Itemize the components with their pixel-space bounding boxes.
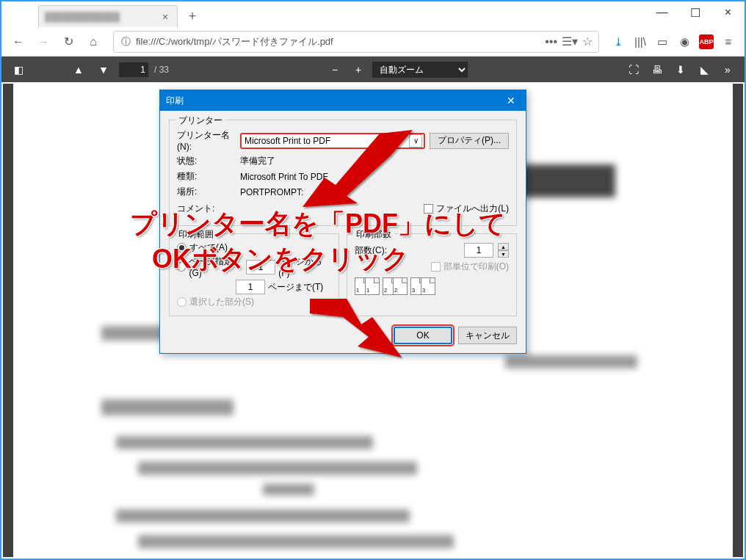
info-icon[interactable]: ⓘ	[120, 36, 131, 48]
page-total: / 33	[154, 65, 169, 75]
collate-page-icon: 2	[393, 277, 408, 295]
where-label: 場所:	[177, 186, 236, 198]
url-right-icons: ••• ☰▾ ☆	[545, 34, 593, 48]
print-icon[interactable]: 🖶	[648, 60, 667, 79]
page-from-label: ページから(F)	[278, 255, 331, 278]
spin-up-icon[interactable]: ▲	[498, 243, 509, 250]
zoom-out-icon[interactable]: −	[325, 60, 344, 79]
printer-fieldset: プリンター プリンター名(N): Microsoft Print to PDF …	[169, 120, 517, 226]
browser-window: ████████████ × + — ☐ × ← → ↻ ⌂ ⓘ file://…	[0, 0, 746, 560]
type-value: Microsoft Print To PDF	[240, 172, 328, 182]
window-controls: — ☐ ×	[645, 1, 745, 27]
page-down-icon[interactable]: ▼	[94, 60, 113, 79]
comment-label: コメント:	[177, 203, 236, 215]
page-from-input[interactable]	[246, 260, 275, 274]
copies-input[interactable]	[464, 243, 493, 258]
range-pages-label: ページ指定(G)	[189, 255, 243, 278]
copies-spinner[interactable]: ▲ ▼	[498, 243, 509, 258]
collate-checkbox[interactable]: 部単位で印刷(O)	[355, 261, 509, 273]
dialog-buttons: OK キャンセル	[169, 324, 517, 344]
printer-name-select[interactable]: Microsoft Print to PDF ∨	[240, 133, 425, 149]
dialog-body: プリンター プリンター名(N): Microsoft Print to PDF …	[160, 111, 526, 353]
radio-icon	[177, 262, 186, 272]
radio-icon	[177, 297, 186, 307]
printer-name-value: Microsoft Print to PDF	[245, 136, 330, 146]
zoom-select[interactable]: 自動ズーム	[372, 62, 468, 78]
page-to-label: ページまで(T)	[268, 281, 323, 294]
menu-icon[interactable]: ≡	[718, 32, 739, 52]
dots-icon[interactable]: •••	[545, 35, 557, 48]
url-text: file:///C:/work/tmp/パスワード付きファイル.pdf	[136, 35, 545, 48]
range-selection-radio[interactable]: 選択した部分(S)	[177, 296, 331, 308]
toolbar-buttons: ⤓ |||\ ▭ ◉ ABP ≡	[608, 32, 739, 52]
dropdown-icon[interactable]: ∨	[409, 134, 422, 148]
collate-label: 部単位で印刷(O)	[443, 261, 509, 273]
tools-icon[interactable]: »	[718, 60, 737, 79]
range-all-radio[interactable]: すべて(A)	[177, 241, 331, 254]
library-icon[interactable]: |||\	[630, 32, 651, 52]
dialog-close-button[interactable]: ✕	[496, 90, 526, 111]
page-up-icon[interactable]: ▲	[69, 60, 88, 79]
printer-legend: プリンター	[175, 114, 225, 127]
browser-toolbar: ← → ↻ ⌂ ⓘ file:///C:/work/tmp/パスワード付きファイ…	[1, 27, 745, 57]
status-value: 準備完了	[240, 155, 275, 167]
back-button[interactable]: ←	[7, 31, 29, 53]
collate-page-icon: 3	[421, 277, 435, 295]
sidebar-toggle-icon[interactable]: ◧	[9, 60, 28, 79]
download-icon[interactable]: ⤓	[608, 32, 629, 52]
range-all-label: すべて(A)	[189, 241, 228, 254]
checkbox-icon	[424, 204, 433, 214]
cancel-button[interactable]: キャンセル	[458, 327, 517, 344]
collate-page-icon: 1	[365, 277, 380, 295]
print-dialog: 印刷 ✕ プリンター プリンター名(N): Microsoft Print to…	[159, 90, 526, 354]
browser-tab[interactable]: ████████████ ×	[38, 5, 178, 27]
new-tab-button[interactable]: +	[181, 5, 203, 27]
download-pdf-icon[interactable]: ⬇	[671, 60, 690, 79]
range-legend: 印刷範囲	[175, 228, 217, 241]
reload-button[interactable]: ↻	[57, 31, 79, 53]
collate-preview: 1 1 2 2 3 3	[355, 277, 509, 295]
reader-icon[interactable]: ☰▾	[562, 34, 578, 48]
zoom-in-icon[interactable]: +	[349, 60, 368, 79]
dialog-titlebar[interactable]: 印刷 ✕	[160, 90, 526, 111]
tab-title: ████████████	[45, 12, 159, 22]
range-fieldset: 印刷範囲 すべて(A) ページ指定(G) ページから(F) ページまで(T)	[169, 233, 339, 316]
checkbox-icon	[431, 262, 441, 272]
range-selection-label: 選択した部分(S)	[189, 296, 254, 308]
copies-label: 部数(C):	[355, 244, 387, 257]
maximize-button[interactable]: ☐	[678, 1, 711, 23]
minimize-button[interactable]: —	[645, 1, 678, 23]
abp-icon[interactable]: ABP	[696, 32, 717, 52]
type-label: 種類:	[177, 170, 236, 183]
titlebar: ████████████ × + — ☐ ×	[1, 1, 745, 27]
tabs-area: ████████████ × +	[1, 1, 645, 27]
tab-close-icon[interactable]: ×	[159, 11, 171, 23]
sidebar-icon[interactable]: ▭	[652, 32, 673, 52]
home-button[interactable]: ⌂	[82, 31, 104, 53]
bookmark-icon[interactable]: ◣	[695, 60, 714, 79]
status-label: 状態:	[177, 155, 236, 167]
window-close-button[interactable]: ×	[711, 1, 745, 23]
print-to-file-checkbox[interactable]: ファイルへ出力(L)	[424, 203, 509, 215]
dialog-title: 印刷	[166, 95, 496, 107]
star-icon[interactable]: ☆	[582, 34, 593, 48]
presentation-icon[interactable]: ⛶	[624, 60, 643, 79]
page-number-input[interactable]	[119, 62, 148, 77]
print-to-file-label: ファイルへ出力(L)	[436, 203, 509, 215]
radio-icon	[177, 243, 186, 252]
forward-button[interactable]: →	[32, 31, 54, 53]
where-value: PORTPROMPT:	[240, 187, 303, 197]
pdf-toolbar: ◧ ▲ ▼ / 33 − + 自動ズーム ⛶ 🖶 ⬇ ◣ »	[1, 57, 745, 82]
sync-icon[interactable]: ◉	[674, 32, 695, 52]
range-pages-radio[interactable]: ページ指定(G) ページから(F)	[177, 255, 331, 278]
ok-button[interactable]: OK	[394, 327, 452, 344]
copies-legend: 印刷部数	[353, 228, 394, 241]
properties-button[interactable]: プロパティ(P)...	[430, 133, 509, 149]
page-to-input[interactable]	[236, 280, 265, 294]
spin-down-icon[interactable]: ▼	[498, 250, 509, 258]
printer-name-label: プリンター名(N):	[177, 129, 236, 152]
copies-fieldset: 印刷部数 部数(C): ▲ ▼ 部単位で印刷(O)	[347, 233, 517, 316]
url-bar[interactable]: ⓘ file:///C:/work/tmp/パスワード付きファイル.pdf ••…	[113, 31, 599, 53]
